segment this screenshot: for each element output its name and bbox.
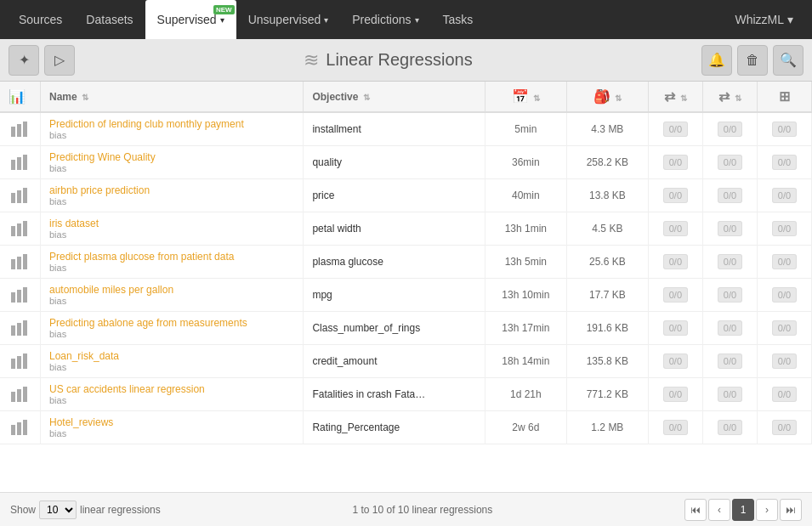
page-1-button[interactable]: 1 <box>732 499 754 521</box>
row-m1-btn[interactable]: 0/0 <box>663 387 688 402</box>
row-m3-btn[interactable]: 0/0 <box>772 188 797 203</box>
nav-unsupervised[interactable]: Unsupervised ▾ <box>236 0 341 39</box>
row-m3-btn[interactable]: 0/0 <box>772 221 797 236</box>
row-name-link[interactable]: iris dataset <box>49 218 294 229</box>
row-name-link[interactable]: automobile miles per gallon <box>49 284 294 296</box>
row-name-link[interactable]: Loan_risk_data <box>49 350 294 362</box>
row-name-link[interactable]: airbnb price prediction <box>49 184 294 196</box>
grid-icon: ⊞ <box>779 89 790 104</box>
nav-tasks[interactable]: Tasks <box>431 0 485 39</box>
nav-brand[interactable]: WhizzML ▾ <box>723 13 805 26</box>
row-m2-btn[interactable]: 0/0 <box>718 353 742 369</box>
row-icon-cell <box>0 312 40 345</box>
page-title-container: ≋ Linear Regressions <box>80 49 696 71</box>
row-time-cell: 18h 14min <box>485 345 566 378</box>
row-m3-btn[interactable]: 0/0 <box>772 287 797 303</box>
th-name[interactable]: Name ⇅ <box>40 82 303 112</box>
row-time-cell: 5min <box>485 112 566 146</box>
row-m3-cell: 0/0 <box>757 212 811 246</box>
row-m3-btn[interactable]: 0/0 <box>772 254 797 269</box>
row-m1-btn[interactable]: 0/0 <box>663 155 688 170</box>
row-size-cell: 771.2 KB <box>566 378 648 411</box>
svg-rect-22 <box>17 356 21 369</box>
row-m2-btn[interactable]: 0/0 <box>718 188 742 203</box>
row-m3-btn[interactable]: 0/0 <box>772 122 797 137</box>
row-name-link[interactable]: Prediction of lending club monthly payme… <box>49 118 294 130</box>
search-button[interactable]: 🔍 <box>773 45 803 76</box>
th-time[interactable]: 📅 ⇅ <box>485 82 566 112</box>
row-m2-btn[interactable]: 0/0 <box>718 387 742 402</box>
row-m2-btn[interactable]: 0/0 <box>718 320 742 336</box>
row-m1-cell: 0/0 <box>648 212 702 246</box>
svg-rect-3 <box>11 160 15 170</box>
table-body: Prediction of lending club monthly payme… <box>0 112 812 444</box>
per-page-select[interactable]: 10 25 50 <box>39 501 77 519</box>
page-last-button[interactable]: ⏭ <box>780 499 802 521</box>
row-m1-cell: 0/0 <box>648 146 702 179</box>
svg-rect-14 <box>23 254 27 269</box>
row-m2-btn[interactable]: 0/0 <box>718 254 742 269</box>
row-m1-btn[interactable]: 0/0 <box>663 287 688 303</box>
row-m2-btn[interactable]: 0/0 <box>718 287 742 303</box>
row-m3-btn[interactable]: 0/0 <box>772 353 797 369</box>
row-m1-btn[interactable]: 0/0 <box>663 420 688 435</box>
row-m1-btn[interactable]: 0/0 <box>663 254 688 269</box>
nav-supervised[interactable]: NEW Supervised ▾ <box>145 0 236 39</box>
nav-predictions[interactable]: Predictions ▾ <box>340 0 430 39</box>
svg-rect-23 <box>23 353 27 369</box>
row-sub-label: bias <box>49 196 294 206</box>
row-name-link[interactable]: Hotel_reviews <box>49 416 294 428</box>
row-chart-icon <box>9 119 30 139</box>
row-sub-label: bias <box>49 428 294 438</box>
row-icon-cell <box>0 146 40 179</box>
row-m1-btn[interactable]: 0/0 <box>663 188 688 203</box>
row-m3-cell: 0/0 <box>757 246 811 279</box>
svg-rect-4 <box>17 157 21 170</box>
th-objective[interactable]: Objective ⇅ <box>304 82 485 112</box>
play-button[interactable]: ▷ <box>44 45 75 76</box>
row-name-link[interactable]: Predicting abalone age from measurements <box>49 317 294 329</box>
row-m3-btn[interactable]: 0/0 <box>772 155 797 170</box>
row-name-link[interactable]: Predicting Wine Quality <box>49 151 294 163</box>
row-m2-btn[interactable]: 0/0 <box>718 122 742 137</box>
svg-rect-18 <box>11 325 15 336</box>
row-size-cell: 4.5 KB <box>566 212 648 246</box>
svg-rect-7 <box>17 190 21 203</box>
row-m1-btn[interactable]: 0/0 <box>663 122 688 137</box>
time-sort-icon: ⇅ <box>533 93 540 103</box>
page-first-button[interactable]: ⏮ <box>684 499 707 521</box>
notification-button[interactable]: 🔔 <box>701 45 732 76</box>
nav-sources[interactable]: Sources <box>7 0 74 39</box>
row-m3-btn[interactable]: 0/0 <box>772 320 797 336</box>
svg-rect-5 <box>23 155 27 170</box>
row-m2-cell: 0/0 <box>702 411 757 444</box>
row-m2-btn[interactable]: 0/0 <box>718 420 742 435</box>
row-m3-cell: 0/0 <box>757 112 811 146</box>
row-name-link[interactable]: US car accidents linear regression <box>49 383 294 395</box>
th-col6[interactable]: ⇄ ⇅ <box>702 82 757 112</box>
th-col5[interactable]: ⇄ ⇅ <box>648 82 702 112</box>
nav-datasets[interactable]: Datasets <box>74 0 145 39</box>
row-objective-cell: price <box>304 179 485 212</box>
page-prev-button[interactable]: ‹ <box>708 499 730 521</box>
row-m1-btn[interactable]: 0/0 <box>663 353 688 369</box>
chart-icon: 📊 <box>9 89 26 104</box>
page-next-button[interactable]: › <box>756 499 778 521</box>
row-name-link[interactable]: Predict plasma glucose from patient data <box>49 251 294 263</box>
new-badge: NEW <box>213 5 235 14</box>
row-sub-label: bias <box>49 130 294 140</box>
row-m3-cell: 0/0 <box>757 146 811 179</box>
th-size[interactable]: 🎒 ⇅ <box>566 82 648 112</box>
row-m2-btn[interactable]: 0/0 <box>718 221 742 236</box>
row-m3-btn[interactable]: 0/0 <box>772 387 797 402</box>
th-col7: ⊞ <box>757 82 811 112</box>
top-nav: Sources Datasets NEW Supervised ▾ Unsupe… <box>0 0 812 39</box>
row-m2-btn[interactable]: 0/0 <box>718 155 742 170</box>
objective-sort-icon: ⇅ <box>363 93 370 102</box>
row-m1-btn[interactable]: 0/0 <box>663 320 688 336</box>
toolbar-actions: 🔔 🗑 🔍 <box>701 45 803 76</box>
row-m3-btn[interactable]: 0/0 <box>772 420 797 435</box>
row-m1-btn[interactable]: 0/0 <box>663 221 688 236</box>
delete-button[interactable]: 🗑 <box>737 45 768 76</box>
magic-wand-button[interactable]: ✦ <box>9 45 39 76</box>
